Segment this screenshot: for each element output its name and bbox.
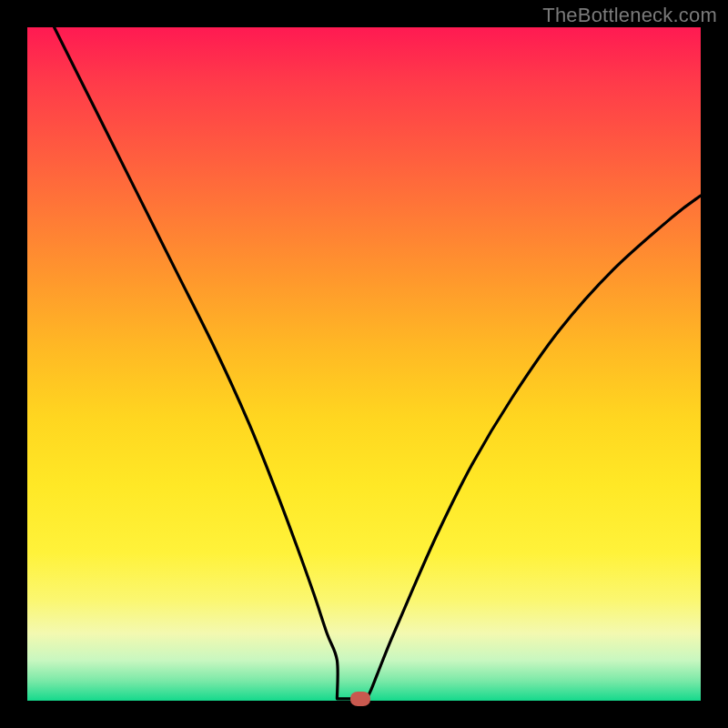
curve-path	[55, 27, 701, 699]
bottleneck-marker	[350, 692, 370, 706]
plot-area	[27, 27, 701, 701]
chart-frame: TheBottleneck.com	[0, 0, 728, 728]
bottleneck-curve	[27, 27, 701, 701]
watermark-text: TheBottleneck.com	[542, 4, 717, 27]
